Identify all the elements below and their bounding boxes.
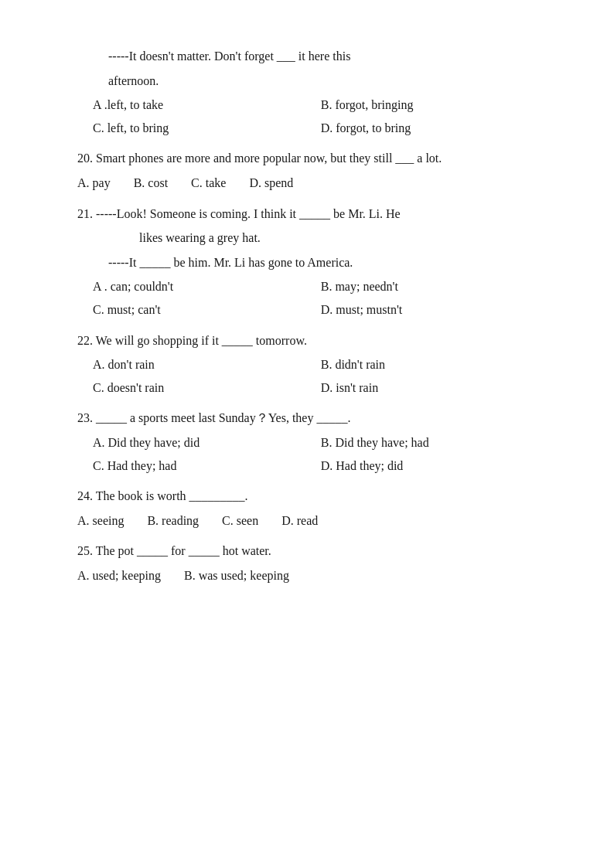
q25-text: 25. The pot _____ for _____ hot water.	[77, 541, 552, 561]
intro-opt-c: C. left, to bring	[77, 118, 305, 138]
q21-opt-c: C. must; can't	[77, 300, 305, 320]
question-24: 24. The book is worth _________. A. seei…	[77, 486, 552, 530]
q20-options: A. pay B. cost C. take D. spend	[77, 173, 552, 193]
q21-line2: likes wearing a grey hat.	[77, 228, 552, 248]
intro-opt-d: D. forgot, to bring	[305, 118, 534, 138]
intro-line1: -----It doesn't matter. Don't forget ___…	[77, 46, 552, 66]
q23-opt-b: B. Did they have; had	[305, 433, 534, 453]
q24-opt-b: B. reading	[147, 511, 199, 531]
q24-text: 24. The book is worth _________.	[77, 486, 552, 506]
question-21: 21. -----Look! Someone is coming. I thin…	[77, 204, 552, 320]
q22-opt-a: A. don't rain	[77, 355, 305, 375]
question-22: 22. We will go shopping if it _____ tomo…	[77, 331, 552, 398]
q25-opt-a: A. used; keeping	[77, 566, 161, 586]
q24-opt-c: C. seen	[222, 511, 258, 531]
intro-options-cd: C. left, to bring D. forgot, to bring	[77, 118, 552, 138]
q23-options-ab: A. Did they have; did B. Did they have; …	[77, 433, 552, 453]
page-content: -----It doesn't matter. Don't forget ___…	[77, 46, 552, 585]
q21-line3: -----It _____ be him. Mr. Li has gone to…	[77, 253, 552, 273]
q22-opt-c: C. doesn't rain	[77, 378, 305, 398]
q21-options-cd: C. must; can't D. must; mustn't	[77, 300, 552, 320]
q22-opt-b: B. didn't rain	[305, 355, 534, 375]
q22-text: 22. We will go shopping if it _____ tomo…	[77, 331, 552, 351]
q20-opt-c: C. take	[191, 173, 226, 193]
q22-options-cd: C. doesn't rain D. isn't rain	[77, 378, 552, 398]
q23-opt-d: D. Had they; did	[305, 456, 534, 476]
q24-options: A. seeing B. reading C. seen D. read	[77, 511, 552, 531]
intro-question: -----It doesn't matter. Don't forget ___…	[77, 46, 552, 138]
q24-opt-a: A. seeing	[77, 511, 124, 531]
q20-opt-d: D. spend	[249, 173, 293, 193]
q22-opt-d: D. isn't rain	[305, 378, 534, 398]
q21-opt-d: D. must; mustn't	[305, 300, 534, 320]
intro-options: A .left, to take B. forgot, bringing	[77, 95, 552, 115]
q20-opt-a: A. pay	[77, 173, 111, 193]
q23-opt-a: A. Did they have; did	[77, 433, 305, 453]
q22-options-ab: A. don't rain B. didn't rain	[77, 355, 552, 375]
question-23: 23. _____ a sports meet last Sunday？Yes,…	[77, 408, 552, 475]
q23-options-cd: C. Had they; had D. Had they; did	[77, 456, 552, 476]
intro-opt-b: B. forgot, bringing	[305, 95, 534, 115]
question-20: 20. Smart phones are more and more popul…	[77, 148, 552, 192]
intro-line2: afternoon.	[77, 71, 552, 91]
q21-opt-b: B. may; needn't	[305, 277, 534, 297]
q25-options: A. used; keeping B. was used; keeping	[77, 566, 552, 586]
q20-text: 20. Smart phones are more and more popul…	[77, 148, 552, 168]
intro-opt-a: A .left, to take	[77, 95, 305, 115]
question-25: 25. The pot _____ for _____ hot water. A…	[77, 541, 552, 585]
q20-opt-b: B. cost	[134, 173, 168, 193]
q23-text: 23. _____ a sports meet last Sunday？Yes,…	[77, 408, 552, 428]
q24-opt-d: D. read	[281, 511, 318, 531]
q21-line1: 21. -----Look! Someone is coming. I thin…	[77, 204, 552, 224]
q21-options-ab: A . can; couldn't B. may; needn't	[77, 277, 552, 297]
q23-opt-c: C. Had they; had	[77, 456, 305, 476]
q25-opt-b: B. was used; keeping	[184, 566, 289, 586]
q21-opt-a: A . can; couldn't	[77, 277, 305, 297]
